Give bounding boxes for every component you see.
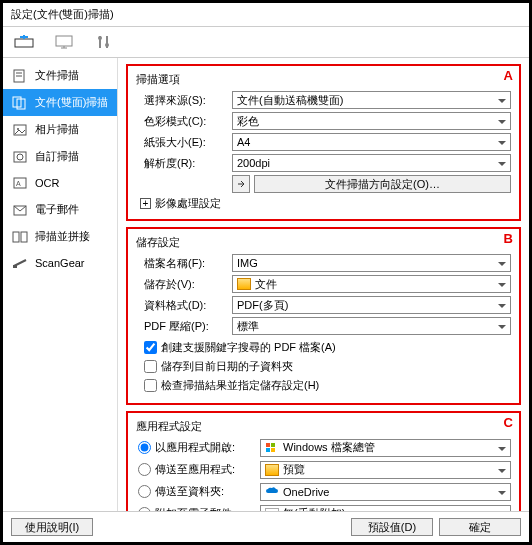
help-button[interactable]: 使用說明(I) xyxy=(11,518,93,536)
format-combo[interactable]: PDF(多頁) xyxy=(232,296,511,314)
filename-label: 檔案名稱(F): xyxy=(136,256,228,271)
open-with-combo[interactable]: Windows 檔案總管 xyxy=(260,439,511,457)
sidebar-item-photo-scan[interactable]: 相片掃描 xyxy=(3,116,117,143)
toolbar xyxy=(3,27,529,58)
svg-rect-22 xyxy=(13,232,19,242)
open-with-app-radio[interactable]: 以應用程式開啟: xyxy=(136,438,256,457)
compress-label: PDF 壓縮(P): xyxy=(136,319,228,334)
send-to-folder-radio[interactable]: 傳送至資料夾: xyxy=(136,482,256,501)
section-title: 掃描選項 xyxy=(136,72,511,87)
svg-text:A: A xyxy=(16,180,21,187)
section-letter-b: B xyxy=(504,231,513,246)
windows-icon xyxy=(265,442,279,454)
ok-button[interactable]: 確定 xyxy=(439,518,521,536)
section-title: 應用程式設定 xyxy=(136,419,511,434)
source-combo[interactable]: 文件(自動送稿機雙面) xyxy=(232,91,511,109)
svg-rect-25 xyxy=(266,443,270,447)
sidebar-label: 掃描並拼接 xyxy=(35,229,90,244)
svg-rect-27 xyxy=(266,448,270,452)
savein-combo[interactable]: 文件 xyxy=(232,275,511,293)
attach-email-combo[interactable]: 無(手動附加) xyxy=(260,505,511,512)
photo-icon xyxy=(11,123,29,137)
sidebar-label: 電子郵件 xyxy=(35,202,79,217)
svg-rect-26 xyxy=(271,443,275,447)
scangear-icon xyxy=(11,256,29,270)
section-title: 儲存設定 xyxy=(136,235,511,250)
filename-combo[interactable]: IMG xyxy=(232,254,511,272)
subfolder-checkbox[interactable]: 儲存到目前日期的子資料夾 xyxy=(136,357,511,376)
section-app-settings: C 應用程式設定 以應用程式開啟: Windows 檔案總管 傳送至應用程式: … xyxy=(126,411,521,511)
section-save-settings: B 儲存設定 檔案名稱(F): IMG 儲存於(V): 文件 資料格式(D): … xyxy=(126,227,521,405)
sidebar-item-scangear[interactable]: ScanGear xyxy=(3,250,117,276)
papersize-label: 紙張大小(E): xyxy=(136,135,228,150)
window-title: 設定(文件(雙面)掃描) xyxy=(3,3,529,27)
sidebar-item-stitch[interactable]: 掃描並拼接 xyxy=(3,223,117,250)
attach-email-radio[interactable]: 附加至電子郵件: xyxy=(136,504,256,511)
sidebar-item-ocr[interactable]: A OCR xyxy=(3,170,117,196)
content-area: A 掃描選項 選擇來源(S): 文件(自動送稿機雙面) 色彩模式(C): 彩色 … xyxy=(118,58,529,511)
svg-point-8 xyxy=(98,36,102,40)
svg-rect-28 xyxy=(271,448,275,452)
sidebar-item-email[interactable]: 電子郵件 xyxy=(3,196,117,223)
resolution-label: 解析度(R): xyxy=(136,156,228,171)
duplex-icon xyxy=(11,96,29,110)
resolution-combo[interactable]: 200dpi xyxy=(232,154,511,172)
image-processing-expand[interactable]: + 影像處理設定 xyxy=(136,196,221,211)
section-letter-c: C xyxy=(504,415,513,430)
source-label: 選擇來源(S): xyxy=(136,93,228,108)
check-results-checkbox[interactable]: 檢查掃描結果並指定儲存設定(H) xyxy=(136,376,511,395)
sidebar-label: 相片掃描 xyxy=(35,122,79,137)
orient-square-button[interactable] xyxy=(232,175,250,193)
svg-point-9 xyxy=(105,43,109,47)
send-to-folder-combo[interactable]: OneDrive xyxy=(260,483,511,501)
toolbar-monitor-icon[interactable] xyxy=(53,33,75,51)
savein-label: 儲存於(V): xyxy=(136,277,228,292)
section-letter-a: A xyxy=(504,68,513,83)
pdf-keyword-checkbox[interactable]: 創建支援關鍵字搜尋的 PDF 檔案(A) xyxy=(136,338,511,357)
folder-icon xyxy=(237,278,251,290)
sidebar-label: OCR xyxy=(35,177,59,189)
papersize-combo[interactable]: A4 xyxy=(232,133,511,151)
format-label: 資料格式(D): xyxy=(136,298,228,313)
sidebar-label: 文件掃描 xyxy=(35,68,79,83)
plus-icon: + xyxy=(140,198,151,209)
document-icon xyxy=(11,69,29,83)
folder-icon xyxy=(265,464,279,476)
toolbar-tools-icon[interactable] xyxy=(93,33,115,51)
svg-rect-24 xyxy=(13,265,17,268)
svg-rect-0 xyxy=(15,39,33,47)
svg-point-18 xyxy=(17,154,23,160)
send-to-app-radio[interactable]: 傳送至應用程式: xyxy=(136,460,256,479)
sidebar-label: 自訂掃描 xyxy=(35,149,79,164)
orientation-button[interactable]: 文件掃描方向設定(O)… xyxy=(254,175,511,193)
defaults-button[interactable]: 預設值(D) xyxy=(351,518,433,536)
ocr-icon: A xyxy=(11,176,29,190)
toolbar-scanner-icon[interactable] xyxy=(13,33,35,51)
sidebar-item-custom-scan[interactable]: 自訂掃描 xyxy=(3,143,117,170)
colormode-combo[interactable]: 彩色 xyxy=(232,112,511,130)
sidebar-label: 文件(雙面)掃描 xyxy=(35,95,108,110)
none-icon xyxy=(265,508,279,512)
custom-icon xyxy=(11,150,29,164)
svg-rect-23 xyxy=(21,232,27,242)
section-scan-options: A 掃描選項 選擇來源(S): 文件(自動送稿機雙面) 色彩模式(C): 彩色 … xyxy=(126,64,521,221)
sidebar-item-duplex-scan[interactable]: 文件(雙面)掃描 xyxy=(3,89,117,116)
compress-combo[interactable]: 標準 xyxy=(232,317,511,335)
colormode-label: 色彩模式(C): xyxy=(136,114,228,129)
sidebar: 文件掃描 文件(雙面)掃描 相片掃描 自訂掃描 A OCR 電子郵件 xyxy=(3,58,118,511)
svg-rect-3 xyxy=(56,36,72,46)
stitch-icon xyxy=(11,230,29,244)
sidebar-label: ScanGear xyxy=(35,257,85,269)
onedrive-icon xyxy=(265,486,279,498)
send-to-app-combo[interactable]: 預覽 xyxy=(260,461,511,479)
footer: 使用說明(I) 預設值(D) 確定 xyxy=(3,511,529,542)
email-icon xyxy=(11,203,29,217)
sidebar-item-document-scan[interactable]: 文件掃描 xyxy=(3,62,117,89)
